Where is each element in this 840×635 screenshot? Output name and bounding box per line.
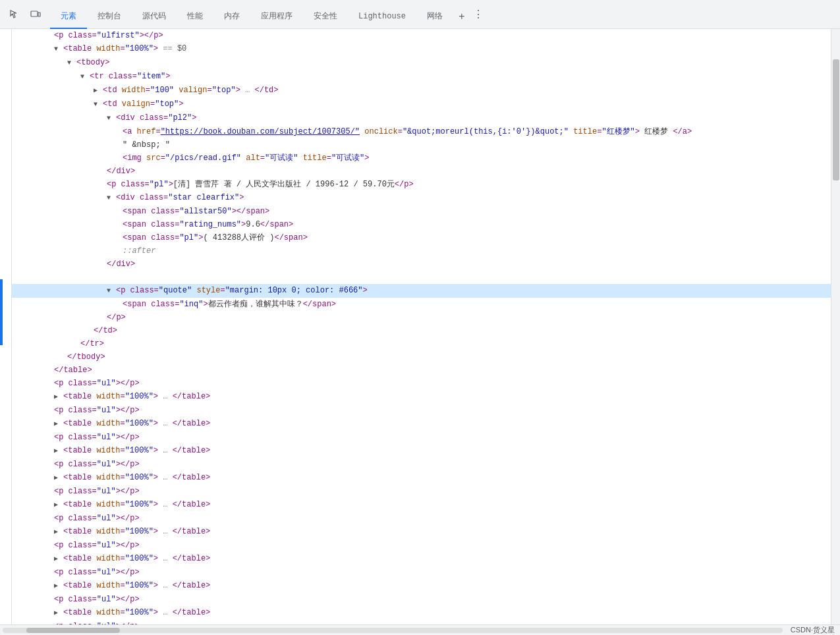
code-line-16[interactable]: <span class="pl">( 413288人评价 )</span> (12, 231, 831, 244)
code-line-37[interactable]: <p class="ul"></p> (12, 512, 831, 525)
tab-bar: 元素 控制台 源代码 性能 内存 应用程序 安全性 Lighthouse 网络 … (50, 0, 470, 29)
toggle-table-7[interactable] (54, 526, 63, 538)
devtools-toolbar: 元素 控制台 源代码 性能 内存 应用程序 安全性 Lighthouse 网络 … (0, 0, 840, 29)
code-line-23[interactable]: </td> (12, 324, 831, 337)
tab-memory[interactable]: 内存 (213, 5, 250, 29)
code-line-28[interactable]: <table width="100%"> … </table> (12, 390, 831, 404)
horizontal-scrollbar-thumb[interactable] (26, 628, 120, 633)
toggle-table-5[interactable] (54, 472, 63, 484)
bottom-right-badge: CSDN·货义星 (785, 625, 840, 635)
code-line-33[interactable]: <p class="ul"></p> (12, 458, 831, 471)
toggle-table-2[interactable] (54, 391, 63, 403)
code-line-8[interactable]: <a href="https://book.douban.com/subject… (12, 125, 831, 138)
svg-rect-1 (38, 13, 40, 16)
code-line-12[interactable]: <p class="pl">[清] 曹雪芹 著 / 人民文学出版社 / 1996… (12, 178, 831, 191)
tab-elements[interactable]: 元素 (50, 5, 87, 29)
code-line-14[interactable]: <span class="allstar50"></span> (12, 205, 831, 218)
code-line-21[interactable]: <span class="inq">都云作者痴，谁解其中味？</span> (12, 298, 831, 311)
svg-rect-0 (31, 11, 38, 16)
code-line-10[interactable]: <img src="/pics/read.gif" alt="可试读" titl… (12, 152, 831, 165)
toggle-td2[interactable] (94, 99, 103, 111)
device-toolbar-icon[interactable] (26, 5, 45, 24)
code-line-18[interactable]: </div> (12, 258, 831, 271)
code-line-2[interactable]: <table width="100%"> == $0 (12, 42, 831, 56)
code-line-6[interactable]: <td valign="top"> (12, 97, 831, 111)
inspect-icon[interactable] (5, 5, 24, 24)
right-scrollbar-thumb[interactable] (833, 59, 839, 180)
code-line-42[interactable]: <table width="100%"> … </table> (12, 579, 831, 593)
tab-console[interactable]: 控制台 (87, 5, 132, 29)
code-line-13[interactable]: <div class="star clearfix"> (12, 191, 831, 205)
toggle-table-9[interactable] (54, 580, 63, 592)
toggle-div-pl2[interactable] (107, 113, 116, 124)
more-options-icon[interactable]: ⋮ (470, 5, 486, 24)
code-line-32[interactable]: <table width="100%"> … </table> (12, 444, 831, 458)
code-line-40[interactable]: <table width="100%"> … </table> (12, 552, 831, 566)
code-panel[interactable]: <p class="ulfirst"></p> <table width="10… (12, 29, 831, 634)
code-line-24[interactable]: </tr> (12, 337, 831, 350)
code-line-17[interactable]: ::after (12, 244, 831, 258)
code-line-22[interactable]: </p> (12, 311, 831, 324)
code-line-26[interactable]: </table> (12, 364, 831, 377)
toggle-div-star[interactable] (107, 192, 116, 204)
code-line-4[interactable]: <tr class="item"> (12, 70, 831, 84)
code-line-41[interactable]: <p class="ul"></p> (12, 566, 831, 579)
toggle-table-1[interactable] (54, 43, 63, 55)
code-line-39[interactable]: <p class="ul"></p> (12, 539, 831, 552)
code-line-44[interactable]: <table width="100%"> … </table> (12, 606, 831, 620)
toggle-table-6[interactable] (54, 499, 63, 511)
toggle-tbody[interactable] (67, 57, 76, 69)
code-line-3[interactable]: <tbody> (12, 56, 831, 70)
tab-sources[interactable]: 源代码 (132, 5, 177, 29)
toggle-td1[interactable] (94, 85, 103, 97)
main-area: <p class="ulfirst"></p> <table width="10… (0, 29, 840, 634)
tab-application[interactable]: 应用程序 (250, 5, 303, 29)
code-line-27[interactable]: <p class="ul"></p> (12, 377, 831, 390)
code-line-36[interactable]: <table width="100%"> … </table> (12, 498, 831, 512)
tab-security[interactable]: 安全性 (303, 5, 348, 29)
code-line-5[interactable]: <td width="100" valign="top"> … </td> (12, 84, 831, 97)
tab-lighthouse[interactable]: Lighthouse (348, 5, 416, 29)
code-line-35[interactable]: <p class="ul"></p> (12, 485, 831, 498)
code-line-15[interactable]: <span class="rating_nums">9.6</span> (12, 218, 831, 231)
bottom-scrollbar-bar: CSDN·货义星 (0, 624, 840, 635)
code-line-20[interactable]: <p class="quote" style="margin: 10px 0; … (12, 284, 831, 298)
code-line-38[interactable]: <table width="100%"> … </table> (12, 525, 831, 539)
blue-selection-marker (0, 279, 3, 345)
left-gutter (0, 29, 12, 634)
tab-network[interactable]: 网络 (416, 5, 453, 29)
code-line-43[interactable]: <p class="ul"></p> (12, 593, 831, 606)
code-line-1[interactable]: <p class="ulfirst"></p> (12, 29, 831, 42)
toolbar-icons (5, 5, 45, 24)
code-line-30[interactable]: <table width="100%"> … </table> (12, 417, 831, 431)
toggle-table-3[interactable] (54, 418, 63, 430)
toggle-p-quote[interactable] (107, 285, 116, 297)
right-scrollbar[interactable] (831, 29, 840, 634)
toggle-table-10[interactable] (54, 607, 63, 619)
code-line-7[interactable]: <div class="pl2"> (12, 111, 831, 125)
toggle-table-8[interactable] (54, 553, 63, 565)
code-line-31[interactable]: <p class="ul"></p> (12, 431, 831, 444)
code-line-25[interactable]: </tbody> (12, 350, 831, 364)
code-line-9[interactable]: " &nbsp; " (12, 138, 831, 152)
code-line-34[interactable]: <table width="100%"> … </table> (12, 471, 831, 485)
tab-add-button[interactable]: + (453, 5, 470, 29)
code-line-19 (12, 271, 831, 284)
toggle-table-4[interactable] (54, 445, 63, 457)
code-line-29[interactable]: <p class="ul"></p> (12, 404, 831, 417)
toggle-tr[interactable] (80, 71, 90, 83)
horizontal-scrollbar-track[interactable] (3, 628, 783, 633)
tab-performance[interactable]: 性能 (177, 5, 213, 29)
code-line-11[interactable]: </div> (12, 165, 831, 178)
